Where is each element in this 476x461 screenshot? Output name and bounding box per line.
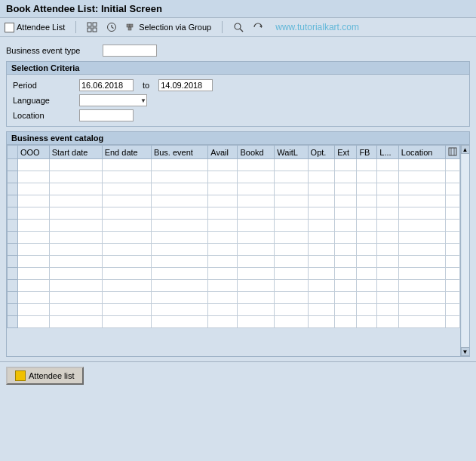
table-cell[interactable] <box>398 316 445 328</box>
table-cell[interactable] <box>398 244 445 256</box>
table-cell[interactable] <box>102 304 151 316</box>
table-cell[interactable] <box>357 256 377 268</box>
table-cell[interactable] <box>275 304 308 316</box>
table-cell[interactable] <box>151 220 207 232</box>
table-cell[interactable] <box>18 171 50 183</box>
table-cell[interactable] <box>308 256 335 268</box>
table-cell[interactable] <box>18 183 50 195</box>
table-cell[interactable] <box>151 232 207 244</box>
table-cell[interactable] <box>275 183 308 195</box>
table-cell[interactable] <box>398 292 445 304</box>
table-cell[interactable] <box>308 183 335 195</box>
table-cell[interactable] <box>151 268 207 280</box>
clock-toolbar-icon[interactable] <box>106 22 117 32</box>
table-cell[interactable] <box>377 195 398 207</box>
table-cell[interactable] <box>18 232 50 244</box>
table-cell[interactable] <box>275 280 308 292</box>
table-cell[interactable] <box>208 292 238 304</box>
table-cell[interactable] <box>49 316 102 328</box>
table-cell[interactable] <box>377 304 398 316</box>
table-cell[interactable] <box>208 195 238 207</box>
table-cell[interactable] <box>238 195 275 207</box>
table-row[interactable] <box>8 171 460 183</box>
table-cell[interactable] <box>446 159 460 171</box>
table-cell[interactable] <box>208 304 238 316</box>
table-cell[interactable] <box>357 195 377 207</box>
table-cell[interactable] <box>238 159 275 171</box>
table-cell[interactable] <box>335 171 357 183</box>
table-cell[interactable] <box>275 268 308 280</box>
attendee-list-toolbar-item[interactable]: Attendee List <box>5 23 65 32</box>
table-cell[interactable] <box>238 280 275 292</box>
table-cell[interactable] <box>238 316 275 328</box>
table-cell[interactable] <box>49 268 102 280</box>
table-cell[interactable] <box>102 268 151 280</box>
table-cell[interactable] <box>151 195 207 207</box>
table-cell[interactable] <box>335 232 357 244</box>
table-cell[interactable] <box>151 171 207 183</box>
table-row[interactable] <box>8 244 460 256</box>
table-cell[interactable] <box>208 268 238 280</box>
toolbar-icon-3[interactable] <box>233 22 244 32</box>
table-cell[interactable] <box>18 195 50 207</box>
table-cell[interactable] <box>275 316 308 328</box>
table-cell[interactable] <box>398 183 445 195</box>
table-cell[interactable] <box>49 159 102 171</box>
table-cell[interactable] <box>275 232 308 244</box>
table-cell[interactable] <box>151 207 207 220</box>
table-cell[interactable] <box>377 207 398 220</box>
table-cell[interactable] <box>377 232 398 244</box>
table-cell[interactable] <box>398 256 445 268</box>
table-cell[interactable] <box>357 292 377 304</box>
table-cell[interactable] <box>335 304 357 316</box>
table-cell[interactable] <box>208 183 238 195</box>
table-cell[interactable] <box>102 280 151 292</box>
table-cell[interactable] <box>151 256 207 268</box>
table-cell[interactable] <box>49 304 102 316</box>
table-cell[interactable] <box>102 159 151 171</box>
table-cell[interactable] <box>335 292 357 304</box>
table-row[interactable] <box>8 183 460 195</box>
table-cell[interactable] <box>446 220 460 232</box>
table-row[interactable] <box>8 256 460 268</box>
table-cell[interactable] <box>446 232 460 244</box>
table-cell[interactable] <box>446 280 460 292</box>
table-cell[interactable] <box>398 280 445 292</box>
table-cell[interactable] <box>377 171 398 183</box>
table-cell[interactable] <box>398 232 445 244</box>
table-cell[interactable] <box>357 316 377 328</box>
table-cell[interactable] <box>335 195 357 207</box>
table-cell[interactable] <box>102 244 151 256</box>
table-row[interactable] <box>8 316 460 328</box>
table-cell[interactable] <box>335 207 357 220</box>
table-cell[interactable] <box>377 292 398 304</box>
table-cell[interactable] <box>49 195 102 207</box>
table-cell[interactable] <box>238 183 275 195</box>
table-cell[interactable] <box>238 268 275 280</box>
table-cell[interactable] <box>357 207 377 220</box>
table-cell[interactable] <box>151 183 207 195</box>
table-cell[interactable] <box>238 207 275 220</box>
table-row[interactable] <box>8 195 460 207</box>
table-cell[interactable] <box>151 244 207 256</box>
table-cell[interactable] <box>18 280 50 292</box>
table-cell[interactable] <box>398 268 445 280</box>
table-cell[interactable] <box>238 304 275 316</box>
table-cell[interactable] <box>308 280 335 292</box>
table-cell[interactable] <box>151 316 207 328</box>
scroll-down-button[interactable]: ▼ <box>461 347 470 356</box>
table-cell[interactable] <box>377 268 398 280</box>
table-cell[interactable] <box>335 268 357 280</box>
table-cell[interactable] <box>102 220 151 232</box>
table-cell[interactable] <box>357 232 377 244</box>
table-cell[interactable] <box>238 171 275 183</box>
table-cell[interactable] <box>102 195 151 207</box>
table-cell[interactable] <box>208 256 238 268</box>
table-cell[interactable] <box>398 207 445 220</box>
table-cell[interactable] <box>357 244 377 256</box>
table-cell[interactable] <box>398 171 445 183</box>
table-cell[interactable] <box>18 304 50 316</box>
table-row[interactable] <box>8 292 460 304</box>
table-cell[interactable] <box>357 280 377 292</box>
table-cell[interactable] <box>49 256 102 268</box>
